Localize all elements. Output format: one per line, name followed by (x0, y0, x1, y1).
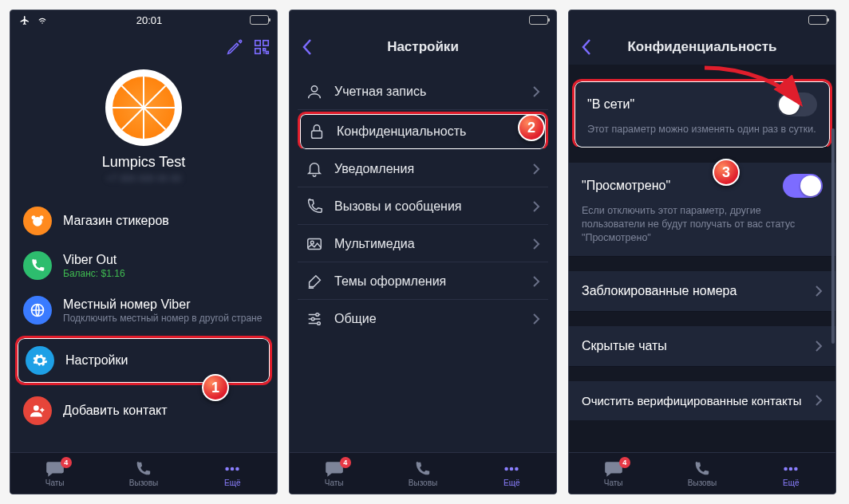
settings-notifications[interactable]: Уведомления (298, 152, 548, 187)
back-icon (302, 38, 313, 56)
nav-chats[interactable]: 4 Чаты (569, 453, 657, 494)
bottom-nav: 4 Чаты Вызовы Ещё (10, 452, 277, 494)
bottom-nav: 4 Чаты Вызовы Ещё (290, 452, 556, 494)
globe-icon (30, 302, 45, 318)
more-icon (501, 460, 522, 478)
settings-themes[interactable]: Темы оформления (298, 264, 548, 300)
media-icon (306, 235, 323, 253)
phone-icon (413, 460, 432, 478)
account-icon (306, 83, 323, 100)
bottom-nav: 4 Чаты Вызовы Ещё (569, 452, 835, 494)
nav-calls[interactable]: Вызовы (657, 453, 746, 494)
phone-screen-privacy: Конфиденциальность "В сети" Этот парамет… (568, 10, 836, 494)
nav-calls[interactable]: Вызовы (99, 453, 188, 494)
phone-icon (692, 460, 711, 478)
settings-account[interactable]: Учетная запись (298, 74, 548, 110)
header: Конфиденциальность (569, 30, 835, 65)
more-icon (780, 460, 801, 478)
avatar[interactable] (105, 69, 182, 146)
chevron-right-icon (815, 285, 823, 297)
header: Настройки (290, 30, 556, 65)
svg-rect-1 (263, 41, 268, 45)
status-bar: 20:01 (10, 10, 277, 30)
chevron-right-icon (532, 163, 540, 175)
header (10, 30, 277, 65)
svg-point-14 (310, 241, 314, 244)
step-badge-3: 3 (713, 159, 740, 186)
menu-local-number[interactable]: Местный номер Viber Подключить местный н… (10, 288, 277, 333)
scroll-indicator (831, 128, 835, 344)
online-toggle[interactable] (777, 93, 817, 116)
phone-out-icon (30, 258, 45, 274)
seen-toggle[interactable] (783, 174, 823, 198)
settings-media[interactable]: Мультимедиа (298, 226, 548, 262)
status-bar (569, 10, 835, 30)
nav-more[interactable]: Ещё (747, 453, 835, 494)
back-button[interactable] (294, 34, 320, 60)
sliders-icon (306, 310, 323, 328)
add-contact-icon (30, 403, 45, 419)
page-title: Настройки (387, 39, 459, 55)
svg-point-20 (515, 467, 519, 471)
privacy-clear-verified[interactable]: Очистить верифицированные контакты (569, 381, 835, 420)
edit-icon[interactable] (226, 38, 243, 56)
page-title: Конфиденциальность (627, 39, 776, 55)
profile-section: Lumpics Test +7 000 000 00 00 (10, 65, 277, 192)
more-icon (222, 460, 243, 478)
back-button[interactable] (574, 34, 599, 60)
battery-icon (529, 15, 548, 25)
nav-calls[interactable]: Вызовы (378, 453, 467, 494)
brush-icon (306, 273, 323, 290)
privacy-hidden[interactable]: Скрытые чаты (569, 326, 835, 367)
step-badge-1: 1 (202, 374, 229, 401)
profile-name: Lumpics Test (102, 154, 186, 171)
calls-icon (306, 198, 323, 215)
step-badge-2: 2 (518, 114, 545, 141)
svg-point-11 (311, 86, 317, 92)
phone-screen-settings: Настройки Учетная запись Конфиденциально… (289, 10, 557, 494)
nav-chats[interactable]: 4 Чаты (10, 453, 99, 494)
svg-point-17 (318, 322, 321, 325)
battery-icon (808, 15, 827, 25)
privacy-online-section: "В сети" Этот параметр можно изменять од… (572, 79, 832, 148)
bell-icon (306, 160, 323, 178)
chevron-right-icon (815, 340, 823, 352)
online-title: "В сети" (587, 97, 634, 112)
menu-add-contact[interactable]: Добавить контакт (10, 388, 277, 425)
settings-general[interactable]: Общие (298, 301, 548, 337)
menu-settings[interactable]: Настройки (15, 336, 272, 385)
svg-point-22 (789, 467, 793, 471)
svg-rect-2 (255, 49, 260, 53)
back-icon (581, 38, 592, 56)
seen-title: "Просмотрено" (582, 179, 670, 193)
lock-icon (308, 123, 326, 140)
qr-icon[interactable] (253, 38, 270, 56)
settings-privacy[interactable]: Конфиденциальность (298, 112, 548, 150)
phone-icon (133, 460, 152, 478)
nav-more[interactable]: Ещё (188, 453, 277, 494)
online-desc: Этот параметр можно изменять один раз в … (587, 123, 817, 136)
airplane-icon (18, 15, 31, 26)
svg-point-5 (40, 215, 44, 219)
menu-sticker-store[interactable]: Магазин стикеров (10, 199, 277, 243)
svg-point-16 (311, 317, 314, 321)
chevron-right-icon (532, 275, 540, 288)
profile-phone-blurred: +7 000 000 00 00 (106, 173, 181, 184)
status-time: 20:01 (136, 14, 163, 26)
svg-point-18 (505, 467, 509, 471)
chevron-right-icon (532, 85, 540, 98)
svg-point-4 (32, 215, 36, 219)
chevron-right-icon (532, 200, 540, 213)
settings-calls[interactable]: Вызовы и сообщения (298, 189, 548, 225)
chevron-right-icon (532, 313, 540, 325)
battery-icon (250, 15, 269, 25)
nav-chats[interactable]: 4 Чаты (290, 453, 378, 494)
nav-more[interactable]: Ещё (468, 453, 556, 494)
privacy-blocked[interactable]: Заблокированные номера (569, 271, 835, 312)
chevron-right-icon (532, 238, 540, 250)
phone-screen-more: 20:01 Lumpics Te (10, 10, 278, 494)
menu-viber-out[interactable]: Viber Out Баланс: $1.16 (10, 243, 277, 288)
gear-icon (32, 352, 48, 368)
bear-icon (30, 213, 45, 229)
svg-rect-0 (255, 41, 260, 45)
